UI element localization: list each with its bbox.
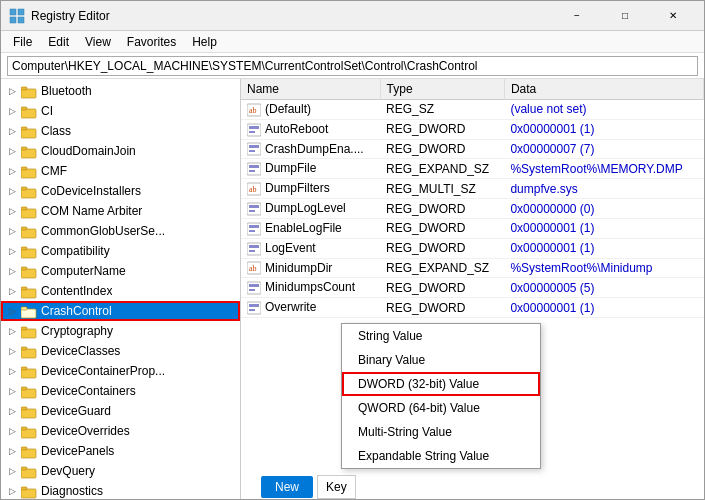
svg-rect-55 xyxy=(247,143,261,155)
svg-rect-68 xyxy=(249,230,255,232)
window-title: Registry Editor xyxy=(31,9,554,23)
expand-arrow: ▷ xyxy=(9,146,21,156)
row-name: ab(Default) xyxy=(241,100,380,120)
folder-icon xyxy=(21,324,37,338)
tree-item-cmf[interactable]: ▷ CMF xyxy=(1,161,240,181)
svg-rect-31 xyxy=(21,347,27,350)
svg-rect-63 xyxy=(247,203,261,215)
table-row[interactable]: abMinidumpDir REG_EXPAND_SZ %SystemRoot%… xyxy=(241,258,704,278)
menu-help[interactable]: Help xyxy=(184,33,225,51)
tree-item-devicepanels[interactable]: ▷ DevicePanels xyxy=(1,441,240,461)
expand-arrow: ▷ xyxy=(9,426,21,436)
row-data: %SystemRoot%\MEMORY.DMP xyxy=(504,159,703,179)
tree-item-class[interactable]: ▷ Class xyxy=(1,121,240,141)
menu-favorites[interactable]: Favorites xyxy=(119,33,184,51)
dword-icon xyxy=(247,123,261,137)
table-row[interactable]: Overwrite REG_DWORD 0x00000001 (1) xyxy=(241,298,704,318)
tree-item-devquery[interactable]: ▷ DevQuery xyxy=(1,461,240,481)
col-data[interactable]: Data xyxy=(504,79,703,100)
expand-arrow: ▷ xyxy=(9,446,21,456)
context-menu-item-multi-string-value[interactable]: Multi-String Value xyxy=(342,420,540,444)
tree-item-cryptography[interactable]: ▷ Cryptography xyxy=(1,321,240,341)
row-type: REG_DWORD xyxy=(380,119,504,139)
tree-item-deviceclasses[interactable]: ▷ DeviceClasses xyxy=(1,341,240,361)
table-row[interactable]: EnableLogFile REG_DWORD 0x00000001 (1) xyxy=(241,218,704,238)
svg-rect-71 xyxy=(249,250,255,252)
svg-rect-23 xyxy=(21,267,27,270)
tree-item-clouddomainjoin[interactable]: ▷ CloudDomainJoin xyxy=(1,141,240,161)
key-label[interactable]: Key xyxy=(317,475,356,499)
tree-item-bluetooth[interactable]: ▷ Bluetooth xyxy=(1,81,240,101)
maximize-button[interactable]: □ xyxy=(602,1,648,31)
table-row[interactable]: CrashDumpEna.... REG_DWORD 0x00000007 (7… xyxy=(241,139,704,159)
expand-arrow: ▷ xyxy=(9,126,21,136)
folder-icon xyxy=(21,364,37,378)
row-data: 0x00000000 (0) xyxy=(504,199,703,219)
minimize-button[interactable]: − xyxy=(554,1,600,31)
svg-rect-32 xyxy=(21,369,36,378)
row-name: DumpLogLevel xyxy=(241,199,380,219)
svg-rect-0 xyxy=(10,9,16,15)
svg-rect-58 xyxy=(247,163,261,175)
table-row[interactable]: DumpLogLevel REG_DWORD 0x00000000 (0) xyxy=(241,199,704,219)
tree-item-label: CMF xyxy=(41,164,67,178)
ab-icon: ab xyxy=(247,103,261,117)
svg-rect-24 xyxy=(21,289,36,298)
row-type: REG_DWORD xyxy=(380,298,504,318)
tree-item-label: Diagnostics xyxy=(41,484,103,498)
context-menu-item-binary-value[interactable]: Binary Value xyxy=(342,348,540,372)
table-row[interactable]: abDumpFilters REG_MULTI_SZ dumpfve.sys xyxy=(241,179,704,199)
tree-item-ci[interactable]: ▷ CI xyxy=(1,101,240,121)
tree-item-compatibility[interactable]: ▷ Compatibility xyxy=(1,241,240,261)
svg-rect-39 xyxy=(21,427,27,430)
table-row[interactable]: DumpFile REG_EXPAND_SZ %SystemRoot%\MEMO… xyxy=(241,159,704,179)
dword-icon xyxy=(247,242,261,256)
tree-item-label: CloudDomainJoin xyxy=(41,144,136,158)
menu-view[interactable]: View xyxy=(77,33,119,51)
menu-file[interactable]: File xyxy=(5,33,40,51)
tree-panel[interactable]: ▷ Bluetooth ▷ CI ▷ Class ▷ CloudDomainJo… xyxy=(1,79,241,499)
folder-icon xyxy=(21,404,37,418)
tree-item-codeviceinstallers[interactable]: ▷ CoDeviceInstallers xyxy=(1,181,240,201)
row-type: REG_DWORD xyxy=(380,238,504,258)
svg-rect-54 xyxy=(249,131,255,133)
table-row[interactable]: ab(Default) REG_SZ (value not set) xyxy=(241,100,704,120)
context-menu-item-dword--32-bit--value[interactable]: DWORD (32-bit) Value xyxy=(342,372,540,396)
tree-item-commonglobuserse---[interactable]: ▷ CommonGlobUserSe... xyxy=(1,221,240,241)
svg-rect-8 xyxy=(21,129,36,138)
tree-item-com-name-arbiter[interactable]: ▷ COM Name Arbiter xyxy=(1,201,240,221)
tree-item-devicecontainers[interactable]: ▷ DeviceContainers xyxy=(1,381,240,401)
svg-rect-38 xyxy=(21,429,36,438)
expand-arrow: ▷ xyxy=(9,266,21,276)
tree-item-label: DeviceContainers xyxy=(41,384,136,398)
svg-rect-7 xyxy=(21,107,27,110)
context-menu-item-string-value[interactable]: String Value xyxy=(342,324,540,348)
table-row[interactable]: AutoReboot REG_DWORD 0x00000001 (1) xyxy=(241,119,704,139)
tree-item-contentindex[interactable]: ▷ ContentIndex xyxy=(1,281,240,301)
tree-item-label: DevicePanels xyxy=(41,444,114,458)
tree-item-computername[interactable]: ▷ ComputerName xyxy=(1,261,240,281)
context-menu-item-expandable-string-value[interactable]: Expandable String Value xyxy=(342,444,540,468)
menu-edit[interactable]: Edit xyxy=(40,33,77,51)
col-name[interactable]: Name xyxy=(241,79,380,100)
dword-icon xyxy=(247,222,261,236)
tree-item-diagnostics[interactable]: ▷ Diagnostics xyxy=(1,481,240,499)
tree-item-crashcontrol[interactable]: ▷ CrashControl xyxy=(1,301,240,321)
new-button[interactable]: New xyxy=(261,476,313,498)
table-row[interactable]: LogEvent REG_DWORD 0x00000001 (1) xyxy=(241,238,704,258)
svg-rect-25 xyxy=(21,287,27,290)
col-type[interactable]: Type xyxy=(380,79,504,100)
tree-item-devicecontainerprop---[interactable]: ▷ DeviceContainerProp... xyxy=(1,361,240,381)
context-menu-item-qword--64-bit--value[interactable]: QWORD (64-bit) Value xyxy=(342,396,540,420)
table-row[interactable]: MinidumpsCount REG_DWORD 0x00000005 (5) xyxy=(241,278,704,298)
svg-rect-37 xyxy=(21,407,27,410)
tree-item-label: DeviceOverrides xyxy=(41,424,130,438)
folder-icon xyxy=(21,144,37,158)
close-button[interactable]: ✕ xyxy=(650,1,696,31)
tree-item-deviceoverrides[interactable]: ▷ DeviceOverrides xyxy=(1,421,240,441)
address-path[interactable]: Computer\HKEY_LOCAL_MACHINE\SYSTEM\Curre… xyxy=(7,56,698,76)
svg-rect-22 xyxy=(21,269,36,278)
expand-arrow: ▷ xyxy=(9,486,21,496)
tree-item-deviceguard[interactable]: ▷ DeviceGuard xyxy=(1,401,240,421)
ab-icon: ab xyxy=(247,182,261,196)
